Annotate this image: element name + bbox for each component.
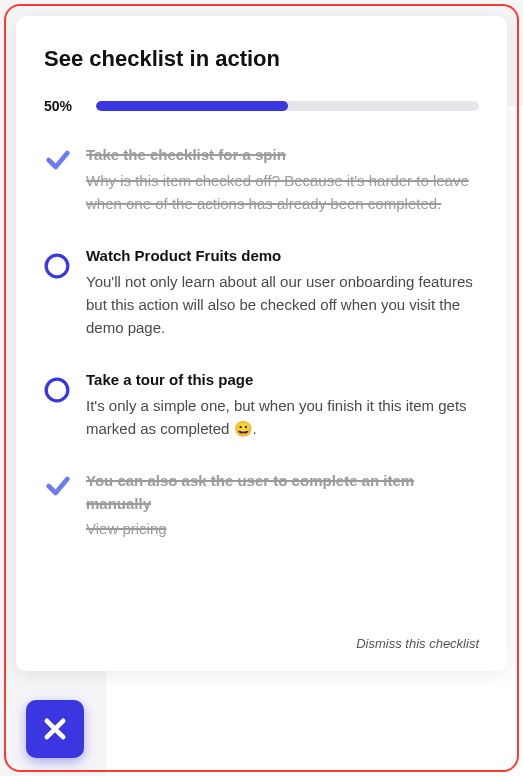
checklist-item[interactable]: You can also ask the user to complete an… xyxy=(44,470,479,540)
item-desc: View pricing xyxy=(86,517,479,540)
item-desc: Why is this item checked off? Because it… xyxy=(86,169,479,216)
progress-fill xyxy=(96,101,288,111)
checklist-item[interactable]: Watch Product Fruits demo You'll not onl… xyxy=(44,245,479,339)
item-body: Take the checklist for a spin Why is thi… xyxy=(86,144,479,215)
item-title: Take a tour of this page xyxy=(86,369,479,392)
circle-icon xyxy=(44,247,72,275)
dismiss-link[interactable]: Dismiss this checklist xyxy=(356,636,479,651)
item-desc: It's only a simple one, but when you fin… xyxy=(86,394,479,441)
item-title: Watch Product Fruits demo xyxy=(86,245,479,268)
check-icon xyxy=(44,146,72,174)
item-body: Watch Product Fruits demo You'll not onl… xyxy=(86,245,479,339)
close-icon xyxy=(41,715,69,743)
outer-frame: See checklist in action 50% Take the che… xyxy=(4,4,519,772)
item-body: You can also ask the user to complete an… xyxy=(86,470,479,540)
progress-row: 50% xyxy=(44,98,479,114)
checklist-item[interactable]: Take the checklist for a spin Why is thi… xyxy=(44,144,479,215)
item-desc: You'll not only learn about all our user… xyxy=(86,270,479,340)
item-body: Take a tour of this page It's only a sim… xyxy=(86,369,479,440)
checklist-item[interactable]: Take a tour of this page It's only a sim… xyxy=(44,369,479,440)
checklist-items: Take the checklist for a spin Why is thi… xyxy=(44,144,479,541)
svg-point-1 xyxy=(46,379,68,401)
item-title: You can also ask the user to complete an… xyxy=(86,470,479,515)
circle-icon xyxy=(44,371,72,399)
progress-label: 50% xyxy=(44,98,84,114)
item-title: Take the checklist for a spin xyxy=(86,144,479,167)
checklist-title: See checklist in action xyxy=(44,46,479,72)
progress-track xyxy=(96,101,479,111)
close-button[interactable] xyxy=(26,700,84,758)
check-icon xyxy=(44,472,72,500)
svg-point-0 xyxy=(46,255,68,277)
checklist-card: See checklist in action 50% Take the che… xyxy=(16,16,507,671)
